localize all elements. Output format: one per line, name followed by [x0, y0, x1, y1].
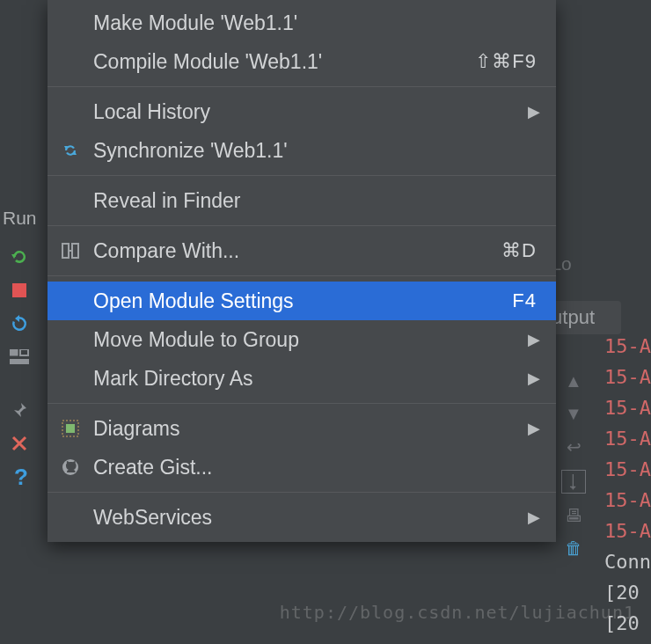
console-line: 15-A: [604, 362, 651, 392]
menu-shortcut: ⌘D: [501, 239, 556, 262]
menu-label: Create Gist...: [93, 456, 556, 479]
menu-label: Diagrams: [93, 417, 556, 441]
menu-separator: [48, 86, 556, 87]
menu-separator: [48, 492, 556, 493]
scroll-end-icon[interactable]: ⭣: [561, 470, 586, 494]
menu-label: Compile Module 'Web1.1': [93, 50, 475, 74]
console-line: 15-A: [604, 331, 651, 362]
menu-label: Mark Directory As: [93, 367, 556, 391]
submenu-arrow-icon: ▶: [528, 102, 540, 121]
wrap-icon[interactable]: ↩: [567, 436, 582, 457]
console-line: Conn: [604, 546, 651, 577]
context-menu: Make Module 'Web1.1' Compile Module 'Web…: [48, 0, 556, 542]
close-icon[interactable]: [9, 433, 30, 454]
diagram-icon: [48, 419, 93, 438]
menu-local-history[interactable]: Local History ▶: [48, 92, 556, 131]
menu-create-gist[interactable]: Create Gist...: [48, 448, 556, 487]
stop-icon[interactable]: [9, 280, 30, 301]
menu-compile-module[interactable]: Compile Module 'Web1.1' ⇧⌘F9: [48, 42, 556, 81]
refresh-icon[interactable]: [9, 313, 30, 334]
menu-label: Compare With...: [93, 239, 501, 263]
trash-icon[interactable]: 🗑: [565, 538, 582, 559]
menu-separator: [48, 403, 556, 404]
sync-icon: [48, 140, 93, 161]
svg-rect-1: [10, 349, 18, 355]
menu-open-module-settings[interactable]: Open Module Settings F4: [48, 282, 556, 320]
menu-make-module[interactable]: Make Module 'Web1.1': [48, 4, 556, 42]
svg-text:?: ?: [14, 465, 27, 488]
menu-synchronize[interactable]: Synchronize 'Web1.1': [48, 131, 556, 170]
console-line: 15-A: [604, 423, 651, 454]
help-icon[interactable]: ?: [9, 466, 30, 487]
rerun-icon[interactable]: [9, 246, 30, 267]
submenu-arrow-icon: ▶: [528, 419, 540, 438]
menu-label: Move Module to Group: [93, 328, 556, 352]
menu-diagrams[interactable]: Diagrams ▶: [48, 409, 556, 448]
run-panel-label: Run: [3, 208, 37, 229]
menu-shortcut: ⇧⌘F9: [475, 50, 556, 73]
watermark: http://blog.csdn.net/lujiachun1: [280, 602, 635, 623]
menu-compare-with[interactable]: Compare With... ⌘D: [48, 231, 556, 270]
up-icon[interactable]: ▲: [565, 371, 582, 392]
menu-separator: [48, 275, 556, 276]
console-line: 15-A: [604, 485, 651, 516]
menu-separator: [48, 225, 556, 226]
print-icon[interactable]: 🖶: [565, 506, 582, 526]
console-line: 15-A: [604, 392, 651, 423]
toolbar-spacer: [9, 380, 30, 387]
down-icon[interactable]: ▼: [565, 404, 582, 424]
svg-rect-6: [72, 244, 78, 258]
menu-separator: [48, 175, 556, 176]
menu-move-module-group[interactable]: Move Module to Group ▶: [48, 320, 556, 359]
github-icon: [48, 457, 93, 477]
menu-label: Reveal in Finder: [93, 189, 556, 213]
submenu-arrow-icon: ▶: [528, 508, 540, 527]
svg-rect-0: [12, 283, 26, 297]
menu-label: Make Module 'Web1.1': [93, 11, 556, 35]
svg-rect-5: [62, 244, 69, 258]
svg-rect-2: [20, 349, 28, 355]
menu-label: WebServices: [93, 506, 556, 530]
console-line: 15-A: [604, 516, 651, 546]
svg-rect-3: [10, 359, 29, 364]
menu-label: Local History: [93, 100, 556, 124]
menu-label: Synchronize 'Web1.1': [93, 139, 556, 163]
console-side-icons: ▲ ▼ ↩ ⭣ 🖶 🗑: [561, 371, 586, 559]
console-line: [20: [604, 639, 651, 644]
diff-icon: [48, 241, 93, 260]
svg-rect-8: [66, 424, 75, 433]
menu-mark-directory[interactable]: Mark Directory As ▶: [48, 359, 556, 398]
menu-label: Open Module Settings: [93, 289, 512, 313]
submenu-arrow-icon: ▶: [528, 369, 540, 388]
menu-reveal-finder[interactable]: Reveal in Finder: [48, 181, 556, 220]
submenu-arrow-icon: ▶: [528, 330, 540, 349]
run-toolbar: ?: [0, 246, 39, 487]
pin-icon[interactable]: [9, 399, 30, 421]
layout-icon[interactable]: [9, 347, 30, 368]
menu-shortcut: F4: [512, 289, 556, 312]
console-line: 15-A: [604, 454, 651, 485]
console-output: 15-A 15-A 15-A 15-A 15-A 15-A 15-A Conn …: [604, 331, 651, 644]
menu-webservices[interactable]: WebServices ▶: [48, 498, 556, 537]
